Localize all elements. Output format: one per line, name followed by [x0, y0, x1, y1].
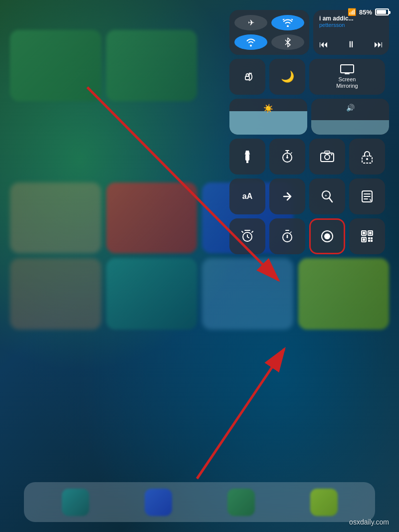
svg-rect-24 [369, 232, 372, 234]
home-icon [10, 30, 101, 101]
music-next-button[interactable]: ⏭ [374, 39, 383, 50]
home-icon [106, 258, 198, 330]
svg-point-20 [324, 233, 330, 239]
dock-icon-2[interactable] [145, 489, 172, 516]
svg-text:+: + [325, 193, 327, 198]
dock-icon-4[interactable] [310, 489, 338, 516]
svg-point-8 [325, 155, 330, 160]
cc-row6 [229, 218, 389, 254]
magnifier-button[interactable]: + [309, 178, 345, 214]
camera-button[interactable] [309, 139, 345, 175]
screen-lock-button[interactable] [349, 139, 385, 175]
svg-rect-27 [368, 237, 370, 239]
home-icon [298, 258, 390, 330]
text-size-icon: aA [242, 192, 252, 201]
screen-mirroring-label: ScreenMirroring [336, 76, 358, 89]
svg-point-12 [366, 158, 368, 160]
volume-icon: 🔊 [346, 104, 355, 112]
watermark-text: osxdaily.com [349, 518, 389, 526]
status-bar: 📶 85% [0, 0, 399, 20]
svg-point-6 [286, 157, 288, 159]
timer-button[interactable] [269, 139, 305, 175]
qr-code-button[interactable] [349, 218, 385, 254]
alarm-button[interactable] [229, 218, 265, 254]
arrow-icon [282, 191, 293, 202]
home-icon [202, 258, 293, 330]
music-controls: ⏮ ⏸ ⏭ [319, 39, 383, 50]
screen-record-icon [321, 230, 334, 243]
svg-rect-4 [245, 155, 249, 161]
lock-rotation-icon [241, 71, 253, 83]
wifi-icon-small [246, 38, 256, 47]
brightness-slider[interactable]: ☀️ [229, 99, 307, 135]
screen-record-button[interactable] [309, 218, 345, 254]
home-icon [106, 30, 198, 101]
control-center: ✈ [229, 10, 389, 254]
cellular-data-button[interactable] [234, 34, 267, 50]
svg-point-10 [331, 154, 333, 156]
wifi-icon: 📶 [348, 8, 356, 16]
svg-point-18 [287, 237, 288, 238]
cc-row3: ☀️ 🔊 [229, 99, 389, 135]
home-icon [10, 258, 101, 330]
watermark: osxdaily.com [349, 518, 389, 526]
svg-rect-22 [363, 232, 365, 234]
arrow-button[interactable] [269, 178, 305, 214]
bluetooth-icon [285, 37, 291, 47]
dock-icon-1[interactable] [62, 489, 89, 516]
svg-rect-9 [325, 151, 330, 154]
do-not-disturb-button[interactable]: 🌙 [269, 59, 305, 95]
torch-button[interactable] [229, 139, 265, 175]
stopwatch-button[interactable] [269, 218, 305, 254]
screen-mirroring-button[interactable]: ScreenMirroring [309, 59, 385, 95]
qr-code-icon [361, 230, 374, 243]
volume-slider[interactable]: 🔊 [311, 99, 389, 135]
music-prev-button[interactable]: ⏮ [319, 39, 328, 50]
svg-rect-2 [245, 76, 249, 80]
camera-icon [320, 151, 334, 163]
brightness-icon: ☀️ [263, 104, 273, 113]
dock-icon-3[interactable] [227, 489, 255, 516]
text-size-button[interactable]: aA [229, 178, 265, 214]
screen-mirroring-icon [340, 64, 354, 74]
svg-rect-3 [341, 65, 354, 73]
svg-rect-26 [363, 238, 365, 241]
music-artist: pettersson [319, 22, 383, 28]
home-icon [106, 182, 198, 254]
bluetooth-button[interactable] [271, 34, 304, 50]
cc-row2: 🌙 ScreenMirroring [229, 59, 389, 95]
music-pause-button[interactable]: ⏸ [347, 39, 356, 50]
lock-rotation-button[interactable] [229, 59, 265, 95]
moon-icon: 🌙 [281, 70, 294, 83]
cc-row4 [229, 139, 389, 175]
battery-percent: 85% [359, 8, 372, 16]
battery-icon [375, 8, 389, 15]
svg-rect-29 [368, 240, 370, 242]
notes-icon [361, 190, 373, 203]
cc-row5: aA + [229, 178, 389, 214]
torch-icon [242, 150, 253, 163]
status-icons: 📶 85% [348, 8, 389, 16]
screen-lock-icon [361, 150, 373, 164]
magnifier-icon: + [321, 190, 333, 203]
notes-button[interactable] [349, 178, 385, 214]
svg-rect-28 [371, 237, 373, 239]
home-icon [10, 182, 101, 254]
brightness-fill [229, 111, 307, 135]
timer-icon [281, 150, 294, 163]
svg-rect-30 [371, 240, 373, 242]
dock [24, 482, 375, 522]
stopwatch-icon [281, 230, 294, 243]
battery-fill [377, 10, 386, 14]
alarm-icon [241, 230, 254, 243]
volume-fill [311, 120, 389, 135]
